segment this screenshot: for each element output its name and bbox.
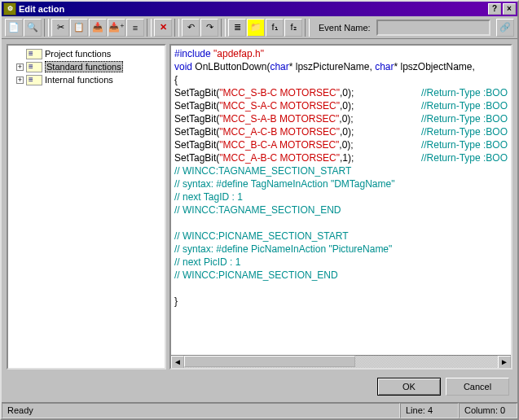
code-text: OnLButtonDown(	[192, 61, 270, 72]
scroll-thumb[interactable]	[184, 356, 355, 367]
event-name-label: Event Name:	[319, 23, 371, 33]
cancel-button[interactable]: Cancel	[446, 378, 509, 396]
cut-icon[interactable]: ✂	[51, 19, 69, 37]
event-name-input[interactable]	[376, 20, 490, 36]
stack-icon[interactable]: ≡	[126, 19, 144, 37]
code-line: SetTagBit("MCC_B-C-A MOTORSEC",0);//Retu…	[174, 138, 508, 151]
code-comment: // next PicID : 1	[174, 256, 508, 269]
edit-action-window: ⚙ Edit action ? × 📄 🔍 ✂ 📋 📥 📥⁺ ≡ ✕ ↶ ↷ ≣…	[0, 0, 519, 420]
tree-node-standard[interactable]: + Standard functions	[10, 60, 163, 73]
code-line: SetTagBit("MCC_S-A-B MOTORSEC",0);//Retu…	[174, 112, 508, 125]
folder-icon	[26, 62, 42, 72]
tree-label: Project functions	[45, 49, 111, 59]
code-line: SetTagBit("MCC_S-B-C MOTORSEC",0);//Retu…	[174, 86, 508, 99]
link-icon[interactable]: 🔗	[496, 19, 514, 37]
ok-button[interactable]: OK	[377, 378, 441, 396]
tree-label: Internal functions	[45, 75, 113, 85]
window-title: Edit action	[19, 4, 64, 14]
code-keyword: #include	[174, 48, 211, 59]
code-editor[interactable]: #include "apdefap.h" void OnLButtonDown(…	[169, 44, 512, 370]
tree-node-project[interactable]: Project functions	[10, 47, 163, 60]
code-keyword: void	[174, 61, 192, 72]
code-comment: // WINCC:PICNAME_SECTION_START	[174, 230, 508, 243]
code-comment: // syntax: #define TagNameInAction "DMTa…	[174, 177, 508, 190]
new-icon[interactable]: 📄	[5, 19, 23, 37]
main-area: Project functions + Standard functions +…	[2, 39, 517, 374]
code-body[interactable]: #include "apdefap.h" void OnLButtonDown(…	[171, 46, 511, 355]
fx-icon[interactable]: ≣	[228, 19, 246, 37]
horizontal-scrollbar[interactable]: ◄ ►	[171, 355, 511, 368]
toolbar: 📄 🔍 ✂ 📋 📥 📥⁺ ≡ ✕ ↶ ↷ ≣ 📁 f₁ f₂ Event Nam…	[2, 16, 517, 39]
fx3-icon[interactable]: f₂	[284, 19, 302, 37]
scroll-track[interactable]	[184, 356, 498, 368]
code-comment: // WINCC:TAGNAME_SECTION_START	[174, 164, 508, 177]
redo-icon[interactable]: ↷	[200, 19, 218, 37]
code-text: * lpszObjectName,	[394, 61, 474, 72]
expand-icon[interactable]: +	[16, 77, 24, 84]
code-keyword: char	[375, 61, 394, 72]
status-column: Column: 0	[459, 403, 517, 418]
copy-icon[interactable]: 📋	[70, 19, 88, 37]
undo-icon[interactable]: ↶	[182, 19, 200, 37]
expand-icon[interactable]: +	[16, 63, 24, 71]
function-tree[interactable]: Project functions + Standard functions +…	[7, 44, 166, 370]
status-line: Line: 4	[400, 403, 459, 418]
app-icon: ⚙	[3, 2, 16, 15]
dialog-buttons: OK Cancel	[2, 374, 517, 402]
paste-icon[interactable]: 📥	[89, 19, 107, 37]
scroll-right-icon[interactable]: ►	[498, 356, 511, 369]
code-comment: // WINCC:TAGNAME_SECTION_END	[174, 203, 508, 217]
code-line: SetTagBit("MCC_A-C-B MOTORSEC",0);//Retu…	[174, 125, 508, 138]
status-ready: Ready	[2, 403, 400, 418]
code-text: }	[174, 295, 508, 308]
code-comment: // syntax: #define PicNameInAction "Pict…	[174, 243, 508, 256]
scroll-left-icon[interactable]: ◄	[171, 356, 184, 369]
close-button[interactable]: ×	[503, 3, 516, 15]
help-button[interactable]: ?	[488, 3, 501, 15]
folder-icon[interactable]: 📁	[247, 19, 265, 37]
code-text: * lpszPictureName,	[289, 61, 375, 72]
fx2-icon[interactable]: f₁	[266, 19, 284, 37]
folder-icon	[26, 49, 42, 59]
paste-special-icon[interactable]: 📥⁺	[108, 19, 125, 37]
code-comment: // next TagID : 1	[174, 190, 508, 203]
code-comment: // WINCC:PICNAME_SECTION_END	[174, 269, 508, 282]
code-line: SetTagBit("MCC_A-B-C MOTORSEC",1);//Retu…	[174, 151, 508, 164]
code-line: SetTagBit("MCC_S-A-C MOTORSEC",0);//Retu…	[174, 99, 508, 112]
folder-icon	[26, 75, 42, 85]
tree-node-internal[interactable]: + Internal functions	[10, 73, 163, 86]
code-string: "apdefap.h"	[213, 48, 264, 59]
status-bar: Ready Line: 4 Column: 0	[2, 402, 517, 418]
titlebar: ⚙ Edit action ? ×	[2, 2, 517, 16]
delete-icon[interactable]: ✕	[154, 19, 172, 37]
code-text: {	[174, 73, 508, 86]
tree-label: Standard functions	[45, 61, 123, 72]
open-icon[interactable]: 🔍	[24, 19, 42, 37]
code-keyword: char	[270, 61, 288, 72]
